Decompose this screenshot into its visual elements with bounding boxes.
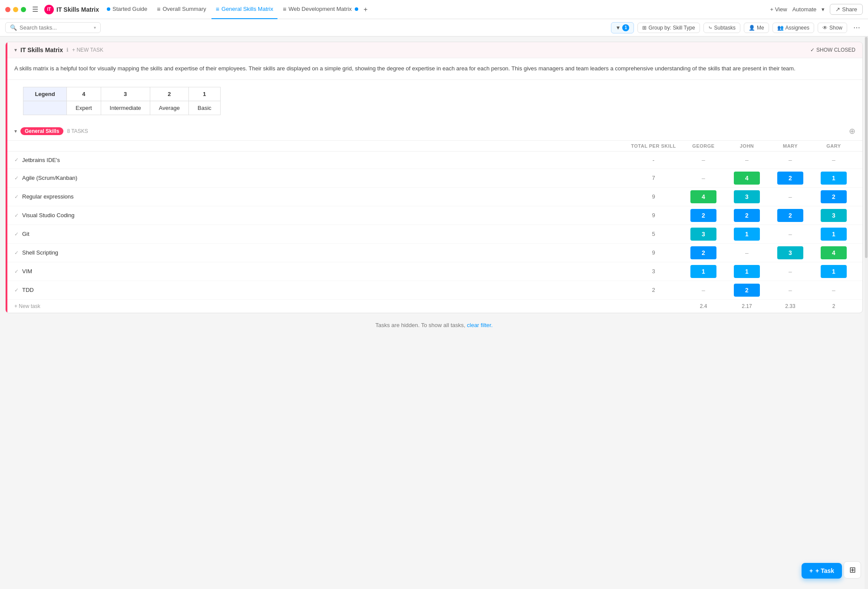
new-task-plus[interactable]: + New task	[14, 303, 40, 309]
task-check-1[interactable]: ✓	[14, 175, 19, 181]
task-check-0[interactable]: ✓	[14, 157, 19, 163]
maximize-button[interactable]	[21, 7, 26, 12]
cell-gary-6[interactable]: 1	[812, 265, 855, 278]
tab-icon-web-dev: ≡	[283, 6, 286, 13]
cell-gary-4[interactable]: 1	[812, 228, 855, 241]
cell-gary-3[interactable]: 3	[812, 209, 855, 222]
cell-george-6[interactable]: 1	[682, 265, 725, 278]
totals-row: + New task 2.4 2.17 2.33 2	[6, 300, 862, 313]
new-task-button[interactable]: + NEW TASK	[72, 47, 103, 53]
assignees-icon: 👥	[777, 25, 784, 31]
add-tab-button[interactable]: +	[363, 6, 367, 13]
cell-john-4[interactable]: 1	[725, 228, 769, 241]
cell-george-1[interactable]: –	[682, 175, 725, 182]
subtasks-label: Subtasks	[714, 25, 736, 31]
cell-george-3[interactable]: 2	[682, 209, 725, 222]
search-input[interactable]	[20, 24, 91, 31]
add-task-plus-icon: +	[809, 567, 813, 574]
cell-george-7[interactable]: –	[682, 287, 725, 294]
cell-mary-1[interactable]: 2	[769, 172, 812, 185]
automate-button[interactable]: Automate	[792, 6, 817, 13]
task-total-6: 3	[625, 268, 682, 275]
cell-gary-7[interactable]: –	[812, 287, 855, 294]
task-list-container: ▾ IT Skills Matrix ℹ + NEW TASK ✓ SHOW C…	[5, 42, 863, 313]
task-total-1: 7	[625, 175, 682, 181]
cell-george-0[interactable]: –	[682, 156, 725, 163]
subtasks-icon: ⤷	[708, 25, 713, 31]
close-button[interactable]	[5, 7, 10, 12]
cell-mary-2[interactable]: –	[769, 193, 812, 200]
view-button[interactable]: + View	[770, 6, 787, 13]
cell-mary-6[interactable]: –	[769, 268, 812, 275]
more-options-button[interactable]: ⋯	[851, 23, 863, 32]
cell-john-7[interactable]: 2	[725, 284, 769, 297]
show-closed-button[interactable]: ✓ SHOW CLOSED	[810, 47, 855, 53]
subtasks-button[interactable]: ⤷ Subtasks	[703, 23, 740, 33]
tab-general-skills-matrix[interactable]: ≡ General Skills Matrix	[211, 0, 277, 19]
minimize-button[interactable]	[13, 7, 18, 12]
task-total-0: -	[625, 157, 682, 163]
cell-george-2[interactable]: 4	[682, 190, 725, 203]
cell-john-3[interactable]: 2	[725, 209, 769, 222]
group-by-label: Group by: Skill Type	[648, 25, 695, 31]
cell-mary-0[interactable]: –	[769, 156, 812, 163]
skills-collapse-button[interactable]: ▾	[14, 128, 17, 134]
scrollbar[interactable]	[865, 36, 868, 589]
info-icon[interactable]: ℹ	[66, 47, 69, 53]
collapse-button[interactable]: ▾	[14, 47, 17, 53]
cell-gary-0[interactable]: –	[812, 156, 855, 163]
cell-john-6[interactable]: 1	[725, 265, 769, 278]
add-task-button[interactable]: + + Task	[802, 563, 842, 579]
group-icon: ⊞	[642, 25, 647, 31]
app-name: IT Skills Matrix	[56, 6, 99, 13]
task-check-5[interactable]: ✓	[14, 250, 19, 256]
scrollbar-thumb[interactable]	[865, 37, 868, 258]
clear-filter-link[interactable]: clear filter.	[467, 322, 492, 328]
legend-table: Legend 4 3 2 1 Expert Intermediate Avera…	[23, 87, 221, 115]
col-header-george: GEORGE	[682, 143, 725, 149]
cell-john-5[interactable]: –	[725, 249, 769, 256]
cell-mary-5[interactable]: 3	[769, 246, 812, 259]
show-button[interactable]: 👁 Show	[818, 23, 847, 33]
group-by-button[interactable]: ⊞ Group by: Skill Type	[637, 23, 700, 33]
task-check-3[interactable]: ✓	[14, 212, 19, 218]
skills-col-headers: TOTAL PER SKILL GEORGE JOHN MARY GARY	[6, 141, 862, 152]
task-check-7[interactable]: ✓	[14, 287, 19, 293]
task-name-7: TDD	[22, 287, 625, 293]
share-button[interactable]: ↗ Share	[830, 4, 863, 15]
tab-web-development-matrix[interactable]: ≡ Web Development Matrix	[278, 0, 363, 19]
apps-button[interactable]: ⊞	[844, 561, 861, 579]
tab-started-guide[interactable]: Started Guide	[102, 0, 152, 19]
task-check-6[interactable]: ✓	[14, 268, 19, 275]
cell-george-5[interactable]: 2	[682, 246, 725, 259]
cell-mary-3[interactable]: 2	[769, 209, 812, 222]
tab-overall-summary[interactable]: ≡ Overall Summary	[152, 0, 211, 19]
cell-gary-1[interactable]: 1	[812, 172, 855, 185]
task-check-4[interactable]: ✓	[14, 231, 19, 237]
legend-intermediate: Intermediate	[101, 101, 150, 115]
cell-george-4[interactable]: 3	[682, 228, 725, 241]
cell-mary-4[interactable]: –	[769, 231, 812, 238]
cell-gary-5[interactable]: 4	[812, 246, 855, 259]
dropdown-search-icon[interactable]: ▾	[94, 25, 96, 30]
titlebar: ☰ IT IT Skills Matrix Started Guide ≡ Ov…	[0, 0, 868, 19]
cell-gary-2[interactable]: 2	[812, 190, 855, 203]
task-check-2[interactable]: ✓	[14, 194, 19, 200]
assignees-button[interactable]: 👥 Assignees	[772, 23, 814, 33]
show-icon: 👁	[822, 25, 828, 31]
cell-mary-7[interactable]: –	[769, 287, 812, 294]
apps-icon: ⊞	[849, 565, 856, 575]
me-button[interactable]: 👤 Me	[744, 23, 769, 33]
cell-john-2[interactable]: 3	[725, 190, 769, 203]
filter-button[interactable]: ▼ 1	[611, 22, 634, 33]
search-box[interactable]: 🔍 ▾	[5, 22, 101, 33]
table-row: ✓ Jetbrains IDE's - ––––	[6, 152, 862, 169]
cell-john-1[interactable]: 4	[725, 172, 769, 185]
legend-empty	[23, 101, 67, 115]
task-name-0: Jetbrains IDE's	[22, 157, 625, 163]
menu-icon[interactable]: ☰	[32, 5, 38, 13]
add-column-button[interactable]: ⊕	[849, 126, 855, 136]
dropdown-icon[interactable]: ▾	[822, 6, 825, 13]
add-task-label: + Task	[815, 567, 834, 574]
cell-john-0[interactable]: –	[725, 156, 769, 163]
